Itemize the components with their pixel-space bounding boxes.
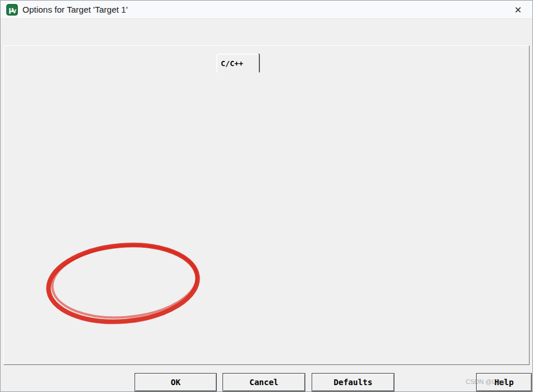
tab-c-cpp[interactable]: C/C++ [216, 53, 259, 72]
ok-button[interactable]: OK [135, 373, 217, 391]
options-dialog: µ V Options for Target 'Target 1' ✕ Devi… [0, 0, 533, 392]
close-icon[interactable]: ✕ [511, 3, 526, 16]
cancel-button[interactable]: Cancel [223, 373, 305, 391]
help-button[interactable]: Help [476, 373, 532, 391]
title-bar: µ V Options for Target 'Target 1' ✕ [1, 1, 532, 19]
svg-text:V: V [13, 9, 17, 14]
dialog-title: Options for Target 'Target 1' [22, 5, 128, 14]
defaults-button[interactable]: Defaults [312, 373, 394, 391]
tab-strip: Device Target Output Listing User C/C++ … [1, 27, 532, 46]
c-cpp-tab-page [3, 45, 530, 365]
uvision-app-icon: µ V [6, 4, 18, 16]
